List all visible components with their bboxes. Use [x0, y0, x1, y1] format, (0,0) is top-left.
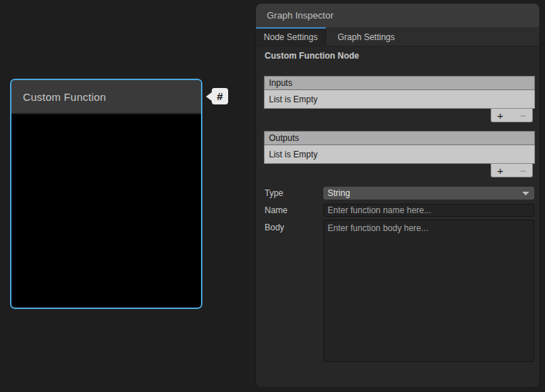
inputs-empty-row: List is Empty [264, 90, 535, 109]
graph-canvas[interactable]: Custom Function # [0, 0, 255, 392]
graph-inspector-panel: Graph Inspector Node Settings Graph Sett… [255, 3, 540, 388]
type-dropdown[interactable]: String [323, 187, 534, 200]
hash-icon: # [212, 88, 228, 104]
outputs-list-header: Outputs [264, 131, 535, 145]
inputs-remove-button[interactable]: − [516, 109, 531, 122]
inputs-empty-label: List is Empty [269, 94, 318, 104]
hash-badge[interactable]: # [206, 88, 228, 104]
type-label: Type [265, 188, 283, 198]
inputs-list-footer: + − [491, 109, 533, 122]
outputs-remove-button[interactable]: − [516, 165, 531, 177]
inputs-list-header: Inputs [264, 76, 535, 90]
outputs-add-button[interactable]: + [493, 165, 509, 177]
panel-title: Graph Inspector [267, 10, 333, 21]
outputs-list-footer: + − [491, 164, 533, 177]
custom-function-node[interactable]: Custom Function [10, 79, 202, 309]
tabstrip: Node Settings Graph Settings [256, 27, 539, 46]
function-body-textarea[interactable] [323, 220, 534, 362]
body-label: Body [265, 222, 284, 232]
node-title-bar[interactable]: Custom Function [11, 80, 201, 114]
inputs-header-label: Inputs [269, 78, 293, 88]
node-body [11, 114, 201, 308]
shader-graph-window: Custom Function # Graph Inspector Node S… [0, 0, 545, 392]
node-title: Custom Function [23, 91, 106, 103]
outputs-header-label: Outputs [269, 133, 299, 143]
section-title: Custom Function Node [265, 51, 359, 61]
tab-graph-settings-label: Graph Settings [338, 32, 395, 42]
badge-pointer-icon [206, 92, 212, 101]
outputs-empty-label: List is Empty [269, 150, 318, 160]
tab-graph-settings[interactable]: Graph Settings [326, 27, 406, 46]
inputs-add-button[interactable]: + [493, 109, 509, 122]
outputs-empty-row: List is Empty [264, 145, 535, 164]
name-label: Name [265, 205, 288, 215]
tab-node-settings-label: Node Settings [264, 32, 318, 42]
function-name-input[interactable] [323, 204, 534, 217]
chevron-down-icon [522, 192, 529, 195]
panel-header[interactable]: Graph Inspector [256, 4, 539, 27]
tab-node-settings[interactable]: Node Settings [256, 27, 326, 46]
type-dropdown-value: String [328, 188, 350, 198]
